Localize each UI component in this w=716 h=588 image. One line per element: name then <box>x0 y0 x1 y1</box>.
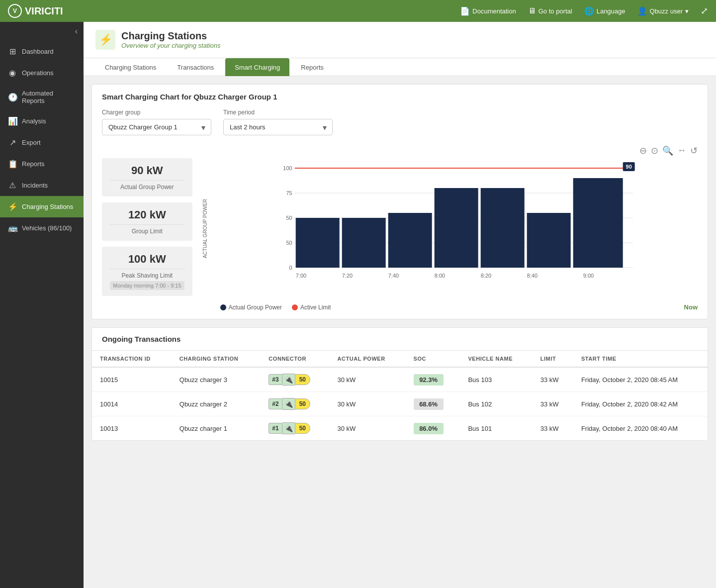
cell-actual-power: 30 kW <box>329 367 405 392</box>
zoom-in-icon[interactable]: 🔍 <box>662 145 673 156</box>
logo: V VIRICITI <box>8 4 63 18</box>
chart-area: 90 kW Actual Group Power 120 kW Group Li… <box>102 158 698 311</box>
bar-chart-svg: 100 75 50 50 0 90 <box>210 158 698 299</box>
sidebar-item-label: Incidents <box>22 182 48 189</box>
tab-transactions[interactable]: Transactions <box>168 58 223 76</box>
svg-text:90: 90 <box>626 164 631 170</box>
connector-kw: 50 <box>295 423 310 434</box>
now-label: Now <box>684 303 698 311</box>
tab-reports[interactable]: Reports <box>291 58 333 76</box>
actual-power-card: 90 kW Actual Group Power <box>102 158 192 196</box>
documentation-icon: 📄 <box>460 6 470 16</box>
sidebar-item-vehicles[interactable]: 🚌 Vehicles (86/100) <box>0 217 84 239</box>
tab-charging-stations[interactable]: Charging Stations <box>95 58 166 76</box>
col-connector: CONNECTOR <box>261 351 329 367</box>
chart-toolbar: ⊖ ⊙ 🔍 ↔ ↺ <box>102 145 698 156</box>
svg-text:8:00: 8:00 <box>434 273 445 279</box>
connector-num: #2 <box>268 398 282 409</box>
charging-stations-icon: ⚡ <box>8 202 17 211</box>
user-menu[interactable]: 👤 Qbuzz user ▾ <box>637 6 689 16</box>
cell-connector: #1 🔌 50 <box>261 416 329 441</box>
stats-panel: 90 kW Actual Group Power 120 kW Group Li… <box>102 158 192 311</box>
sidebar-item-operations[interactable]: ◉ Operations <box>0 62 84 84</box>
cell-start-time: Friday, October 2, 2020 08:42 AM <box>573 392 708 416</box>
connector-badge: #2 🔌 50 <box>268 398 310 410</box>
sidebar-item-label: Analysis <box>22 117 46 125</box>
sidebar-item-reports[interactable]: 📋 Reports <box>0 153 84 175</box>
svg-text:50: 50 <box>286 215 292 221</box>
documentation-link[interactable]: 📄 Documentation <box>460 6 516 16</box>
svg-text:8:20: 8:20 <box>480 273 491 279</box>
group-limit-card: 120 kW Group Limit <box>102 202 192 241</box>
sidebar-item-analysis[interactable]: 📊 Analysis <box>0 110 84 132</box>
zoom-reset-icon[interactable]: ⊙ <box>651 145 658 156</box>
chart-svg: 100 75 50 50 0 90 <box>210 158 698 297</box>
table-row: 10015 Qbuzz charger 3 #3 🔌 50 30 kW 92.3… <box>92 367 708 392</box>
sidebar-item-export[interactable]: ↗ Export <box>0 132 84 153</box>
dashboard-icon: ⊞ <box>8 47 17 56</box>
soc-badge: 68.6% <box>414 398 444 410</box>
cell-transaction-id: 10013 <box>92 416 172 441</box>
analysis-icon: 📊 <box>8 116 17 126</box>
col-vehicle-name: VEHICLE NAME <box>460 351 532 367</box>
layout: ‹ ⊞ Dashboard ◉ Operations 🕐 Automated R… <box>0 22 716 588</box>
cell-vehicle: Bus 101 <box>460 416 532 441</box>
legend-limit: Active Limit <box>292 304 331 311</box>
charger-group-label: Charger group <box>102 109 211 116</box>
cell-start-time: Friday, October 2, 2020 08:40 AM <box>573 416 708 441</box>
legend-items: Actual Group Power Active Limit <box>220 304 331 311</box>
svg-text:9:00: 9:00 <box>583 273 593 279</box>
sidebar-collapse-button[interactable]: ‹ <box>0 22 84 41</box>
page-subtitle: Overview of your charging stations <box>121 42 220 49</box>
cell-connector: #3 🔌 50 <box>261 367 329 392</box>
sidebar-item-dashboard[interactable]: ⊞ Dashboard <box>0 41 84 62</box>
refresh-icon[interactable]: ↺ <box>690 145 698 156</box>
cell-soc: 92.3% <box>406 367 460 392</box>
main-content: ⚡ Charging Stations Overview of your cha… <box>84 22 716 588</box>
tab-smart-charging[interactable]: Smart Charging <box>225 58 289 76</box>
table-header: TRANSACTION ID CHARGING STATION CONNECTO… <box>92 351 708 367</box>
charger-group-control: Charger group Qbuzz Charger Group 1 <box>102 109 211 135</box>
language-icon: 🌐 <box>584 6 594 16</box>
bar-chart-wrapper: ACTUAL GROUP POWER 100 <box>200 158 698 299</box>
peak-shaving-value: 100 kW <box>110 253 184 266</box>
col-limit: LIMIT <box>533 351 573 367</box>
legend-limit-dot <box>292 304 298 310</box>
legend-actual-label: Actual Group Power <box>229 304 282 311</box>
svg-rect-18 <box>527 213 570 268</box>
user-label: Qbuzz user <box>650 7 683 15</box>
charger-group-select-wrapper: Qbuzz Charger Group 1 <box>102 119 211 135</box>
col-transaction-id: TRANSACTION ID <box>92 351 172 367</box>
svg-text:7:00: 7:00 <box>295 273 306 279</box>
portal-link[interactable]: 🖥 Go to portal <box>528 6 572 15</box>
sidebar-item-label: Export <box>22 139 41 146</box>
y-axis-label: ACTUAL GROUP POWER <box>200 158 210 299</box>
expand-icon[interactable]: ⤢ <box>701 5 708 16</box>
transactions-table: TRANSACTION ID CHARGING STATION CONNECTO… <box>92 351 708 440</box>
charger-group-select[interactable]: Qbuzz Charger Group 1 <box>102 119 211 135</box>
svg-text:75: 75 <box>286 190 292 196</box>
logo-icon: V <box>8 4 22 18</box>
svg-text:50: 50 <box>286 240 292 246</box>
peak-shaving-tooltip: Monday morning 7:00 - 9:15 <box>110 281 184 290</box>
pan-icon[interactable]: ↔ <box>677 145 686 156</box>
sidebar-item-automated-reports[interactable]: 🕐 Automated Reports <box>0 84 84 110</box>
cell-actual-power: 30 kW <box>329 392 405 416</box>
soc-badge: 92.3% <box>414 374 444 386</box>
cell-station: Qbuzz charger 3 <box>172 367 261 392</box>
table-row: 10013 Qbuzz charger 1 #1 🔌 50 30 kW 86.0… <box>92 416 708 441</box>
svg-text:0: 0 <box>289 265 292 271</box>
zoom-out-icon[interactable]: ⊖ <box>639 145 647 156</box>
sidebar-item-incidents[interactable]: ⚠ Incidents <box>0 175 84 196</box>
cell-limit: 33 kW <box>533 416 573 441</box>
language-link[interactable]: 🌐 Language <box>584 6 626 16</box>
time-period-label: Time period <box>223 109 333 116</box>
svg-rect-16 <box>434 188 478 268</box>
sidebar-item-charging-stations[interactable]: ⚡ Charging Stations <box>0 196 84 217</box>
svg-text:8:40: 8:40 <box>527 273 537 279</box>
peak-shaving-card: 100 kW Peak Shaving Limit Monday morning… <box>102 247 192 296</box>
time-period-select[interactable]: Last 2 hours Last 6 hours Last 24 hours <box>223 119 333 135</box>
col-charging-station: CHARGING STATION <box>172 351 261 367</box>
connector-plug-icon: 🔌 <box>282 398 295 410</box>
peak-shaving-label: Peak Shaving Limit <box>110 269 184 279</box>
